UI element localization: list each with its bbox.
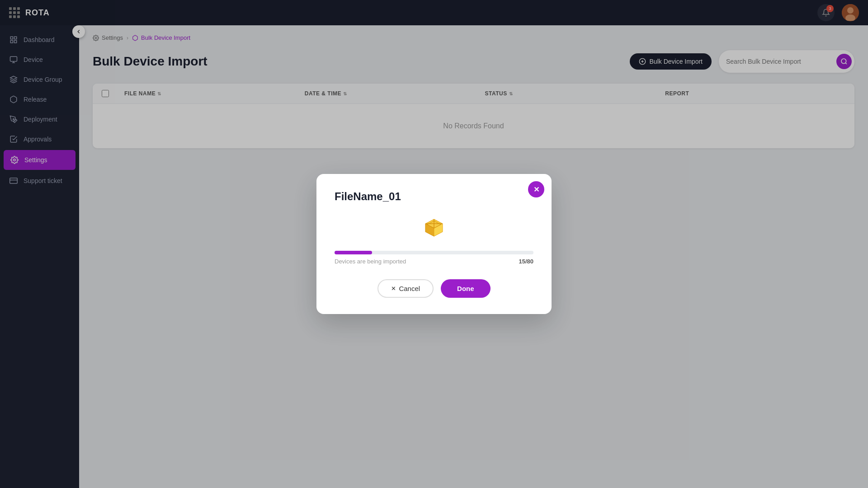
import-progress-modal: FileName_01 ✕ Devices — [316, 174, 552, 314]
progress-labels: Devices are being imported 15/80 — [335, 258, 533, 265]
progress-status-text: Devices are being imported — [335, 258, 406, 265]
modal-actions: ✕ Cancel Done — [335, 279, 533, 298]
done-button[interactable]: Done — [441, 279, 491, 298]
progress-count: 15/80 — [519, 258, 533, 265]
cancel-button[interactable]: ✕ Cancel — [377, 279, 434, 298]
cancel-x-icon: ✕ — [391, 285, 396, 292]
box-3d-icon — [422, 216, 446, 240]
modal-overlay: FileName_01 ✕ Devices — [0, 0, 868, 488]
progress-bar-fill — [335, 251, 372, 254]
modal-close-button[interactable]: ✕ — [528, 181, 544, 197]
progress-bar-background — [335, 251, 533, 254]
progress-section: Devices are being imported 15/80 — [335, 251, 533, 265]
modal-icon — [335, 216, 533, 240]
modal-title: FileName_01 — [335, 190, 533, 203]
